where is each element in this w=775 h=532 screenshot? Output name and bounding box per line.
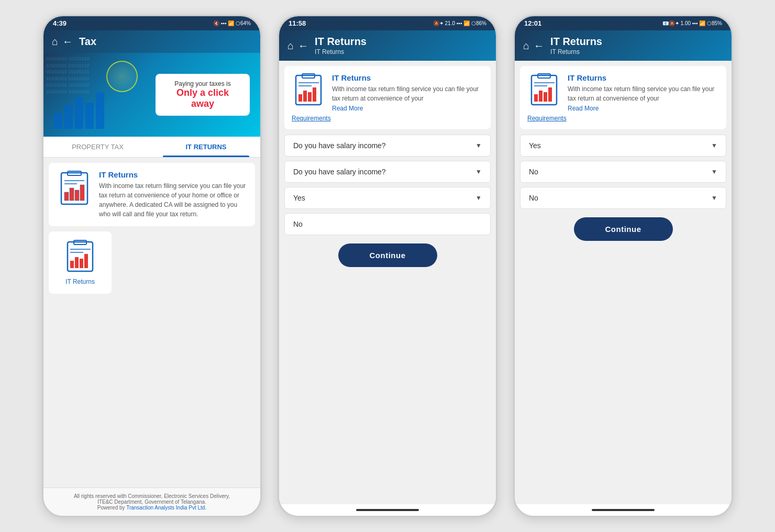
- globe-decoration-1: [106, 61, 138, 92]
- hero-bar-4: [85, 103, 94, 129]
- dropdown-3-2[interactable]: Yes ▼: [284, 187, 491, 209]
- phone-1: 4:39 🔇 ▪▪▪ 📶 ⬡64% ⌂ ← Tax 01001010 10101…: [42, 15, 262, 517]
- dropdown-arrow-1-2: ▼: [475, 142, 482, 149]
- back-icon-3[interactable]: ←: [534, 40, 544, 52]
- phone-wrapper: 4:39 🔇 ▪▪▪ 📶 ⬡64% ⌂ ← Tax 01001010 10101…: [42, 15, 733, 517]
- it-returns-item-1[interactable]: IT Returns: [49, 231, 112, 294]
- dropdown-2-2[interactable]: Do you have salary income? ▼: [284, 161, 491, 183]
- home-indicator-3: [515, 504, 732, 516]
- dropdown-label-1-3: Yes: [529, 141, 541, 150]
- svg-rect-12: [80, 259, 83, 268]
- header-text-3: IT Returns IT Returns: [550, 36, 602, 56]
- it-returns-item-icon-1: [63, 240, 97, 274]
- dropdown-label-3-3: No: [529, 194, 538, 202]
- dropdown-1-3[interactable]: Yes ▼: [520, 135, 726, 157]
- dropdown-arrow-2-2: ▼: [475, 168, 482, 175]
- back-icon-2[interactable]: ←: [298, 40, 308, 52]
- footer-1: All rights reserved with Commissioner, E…: [43, 487, 260, 516]
- hero-bar-5: [96, 92, 104, 129]
- battery-icon-3: 📧🔕✦ 1.00 ▪▪▪ 📶 ⬡85%: [662, 20, 722, 26]
- home-icon-1[interactable]: ⌂: [52, 36, 58, 48]
- header-title-2: IT Returns: [315, 36, 367, 48]
- header-left-3: ⌂ ←: [523, 40, 544, 52]
- form-service-card-2: IT Returns With income tax return filing…: [284, 66, 491, 129]
- form-service-title-3: IT Returns: [568, 73, 719, 82]
- it-returns-item-label-1: IT Returns: [65, 278, 95, 285]
- svg-rect-2: [64, 192, 69, 201]
- hero-bar-2: [64, 105, 73, 129]
- status-bar-3: 12:01 📧🔕✦ 1.00 ▪▪▪ 📶 ⬡85%: [515, 16, 732, 30]
- svg-rect-26: [534, 94, 538, 102]
- battery-icon-1: 🔇 ▪▪▪ 📶 ⬡64%: [213, 20, 251, 26]
- header-left-2: ⌂ ←: [287, 40, 308, 52]
- hero-chart-1: [54, 92, 104, 129]
- hero-bar-3: [75, 97, 83, 129]
- read-more-link-3[interactable]: Read More: [568, 105, 599, 112]
- phone-3: 12:01 📧🔕✦ 1.00 ▪▪▪ 📶 ⬡85% ⌂ ← IT Returns…: [513, 15, 733, 517]
- home-bar-2: [356, 509, 419, 511]
- hero-text-box-1: Paying your taxes is Only a click away: [156, 74, 250, 116]
- continue-button-3[interactable]: Continue: [574, 217, 673, 241]
- back-icon-1[interactable]: ←: [62, 36, 73, 48]
- svg-rect-11: [75, 257, 79, 268]
- svg-rect-28: [544, 92, 547, 102]
- status-bar-2: 11:58 🔕✦ 21.0 ▪▪▪ 📶 ⬡86%: [279, 16, 496, 30]
- form-service-desc-3: With income tax return filing service yo…: [568, 84, 719, 103]
- dropdown-label-2-2: Do you have salary income?: [293, 168, 386, 176]
- service-desc-1: With income tax return filing service yo…: [99, 181, 248, 219]
- requirements-link-2[interactable]: Requirements: [292, 115, 483, 122]
- svg-rect-5: [80, 185, 84, 201]
- form-it-svg-2: [292, 73, 326, 107]
- battery-icon-2: 🔕✦ 21.0 ▪▪▪ 📶 ⬡86%: [433, 20, 486, 26]
- dropdown-1-2[interactable]: Do you have salary income? ▼: [284, 135, 491, 157]
- header-2: ⌂ ← IT Returns IT Returns: [279, 30, 496, 61]
- svg-rect-29: [548, 87, 552, 102]
- header-3: ⌂ ← IT Returns IT Returns: [515, 30, 732, 61]
- time-2: 11:58: [289, 19, 306, 27]
- dropdown-arrow-3-3: ▼: [711, 194, 717, 202]
- footer-line3: Powered by Transaction Analysts India Pv…: [52, 505, 252, 511]
- dropdown-label-2-3: No: [529, 168, 538, 176]
- service-icon-1: [56, 170, 93, 207]
- svg-rect-4: [75, 190, 79, 201]
- dropdown-3-3[interactable]: No ▼: [520, 187, 726, 209]
- hero-small-text-1: Paying your taxes is: [164, 80, 241, 87]
- home-icon-2[interactable]: ⌂: [287, 40, 294, 52]
- dropdown-2-3[interactable]: No ▼: [520, 161, 726, 183]
- header-1: ⌂ ← Tax: [43, 30, 260, 53]
- dropdown-arrow-2-3: ▼: [711, 168, 717, 175]
- svg-rect-19: [303, 91, 307, 102]
- content-inner-1: IT Returns: [49, 231, 255, 299]
- time-1: 4:39: [53, 19, 67, 27]
- form-service-info-2: IT Returns With income tax return filing…: [332, 73, 483, 113]
- time-3: 12:01: [524, 19, 541, 27]
- home-icon-3[interactable]: ⌂: [523, 40, 529, 52]
- status-icons-1: 🔇 ▪▪▪ 📶 ⬡64%: [213, 20, 251, 26]
- dropdown-label-1-2: Do you have salary income?: [293, 141, 386, 150]
- dropdown-arrow-1-3: ▼: [711, 142, 717, 149]
- tab-property-tax[interactable]: PROPERTY TAX: [43, 137, 152, 157]
- header-subtitle-3: IT Returns: [550, 48, 602, 56]
- it-returns-svg-1: [63, 240, 97, 274]
- svg-rect-20: [308, 92, 312, 102]
- dropdown-4-2[interactable]: No: [284, 213, 491, 235]
- continue-button-2[interactable]: Continue: [338, 243, 437, 267]
- footer-link[interactable]: Transaction Analysts India Pvt Ltd.: [126, 505, 206, 511]
- service-title-1: IT Returns: [99, 170, 248, 179]
- svg-rect-10: [70, 261, 74, 268]
- svg-rect-18: [298, 94, 302, 102]
- content-1: IT Returns With income tax return filing…: [43, 158, 260, 487]
- header-text-2: IT Returns IT Returns: [315, 36, 367, 56]
- status-icons-3: 📧🔕✦ 1.00 ▪▪▪ 📶 ⬡85%: [662, 20, 722, 26]
- form-service-card-3: IT Returns With income tax return filing…: [520, 66, 726, 129]
- svg-rect-21: [313, 87, 316, 102]
- home-indicator-2: [279, 504, 496, 516]
- it-returns-icon-1: [56, 170, 93, 207]
- read-more-link-2[interactable]: Read More: [332, 105, 363, 112]
- tab-it-returns[interactable]: IT RETURNS: [152, 137, 260, 157]
- requirements-link-3[interactable]: Requirements: [527, 115, 719, 122]
- header-subtitle-2: IT Returns: [315, 48, 367, 56]
- form-service-desc-2: With income tax return filing service yo…: [332, 84, 483, 103]
- form-service-icon-3: [527, 73, 561, 107]
- form-it-svg-3: [527, 73, 561, 107]
